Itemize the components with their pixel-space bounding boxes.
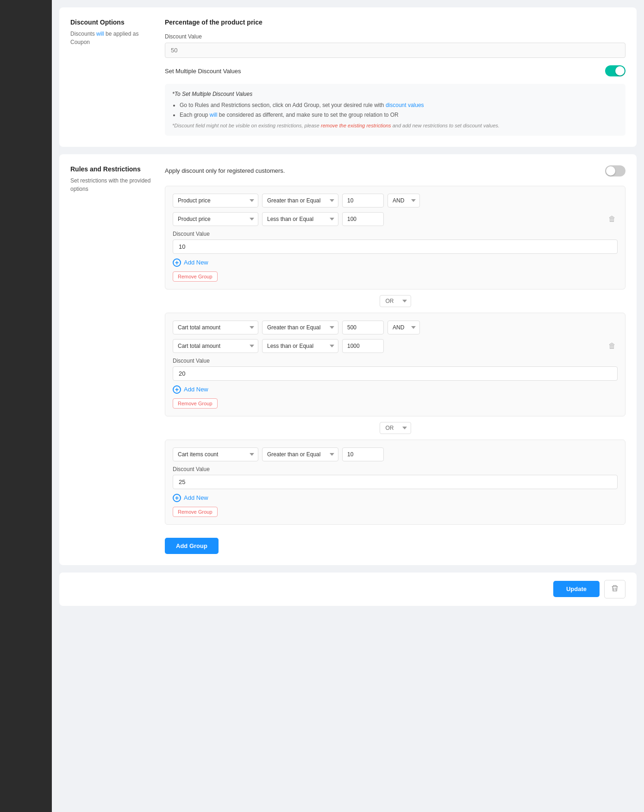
- discount-value-input[interactable]: [165, 43, 625, 58]
- rule-3-conjunction-select[interactable]: AND OR: [388, 321, 420, 334]
- set-multiple-label: Set Multiple Discount Values: [165, 68, 241, 75]
- discount-options-title: Discount Options: [70, 19, 154, 26]
- delete-button[interactable]: [604, 580, 625, 598]
- group-1-add-new-icon: +: [173, 258, 181, 267]
- rule-row-4: Product price Cart total amount Cart ite…: [173, 339, 618, 353]
- rule-1-field-select[interactable]: Product price Cart total amount Cart ite…: [173, 194, 258, 208]
- footer-bar: Update: [59, 573, 637, 606]
- group-1-discount-label: Discount Value: [173, 231, 618, 237]
- group-1-add-new-button[interactable]: + Add New: [173, 258, 208, 267]
- registered-label: Apply discount only for registered custo…: [165, 167, 285, 174]
- rule-row-5: Product price Cart total amount Cart ite…: [173, 447, 618, 461]
- registered-toggle[interactable]: [605, 165, 625, 176]
- group-1-remove-button[interactable]: Remove Group: [173, 271, 218, 282]
- group-3-discount-label: Discount Value: [173, 466, 618, 472]
- rule-group-1: Product price Cart total amount Cart ite…: [165, 186, 625, 290]
- discount-options-right: Percentage of the product price Discount…: [165, 19, 625, 136]
- main-content: Discount Options Discounts will be appli…: [52, 0, 644, 812]
- toggle-knob: [615, 66, 625, 76]
- info-item-1: Go to Rules and Restrictions section, cl…: [180, 101, 618, 110]
- sidebar: [0, 0, 52, 812]
- group-3-remove-button[interactable]: Remove Group: [173, 507, 218, 517]
- rule-4-value-input[interactable]: [342, 339, 384, 353]
- rule-3-value-input[interactable]: [342, 321, 384, 334]
- group-1-discount-row: Discount Value: [173, 231, 618, 254]
- discount-options-left: Discount Options Discounts will be appli…: [70, 19, 154, 136]
- group-2-add-new-button[interactable]: + Add New: [173, 385, 208, 394]
- rules-card: Rules and Restrictions Set restrictions …: [59, 154, 637, 565]
- discount-options-card: Discount Options Discounts will be appli…: [59, 7, 637, 147]
- rules-header: Apply discount only for registered custo…: [165, 165, 625, 176]
- rule-2-field-select[interactable]: Product price Cart total amount Cart ite…: [173, 212, 258, 226]
- group-2-discount-input[interactable]: [173, 366, 618, 381]
- rule-5-value-input[interactable]: [342, 447, 384, 461]
- group-3-discount-row: Discount Value: [173, 466, 618, 489]
- info-item-2: Each group will be considered as differe…: [180, 110, 618, 120]
- info-note: *Discount field might not be visible on …: [172, 121, 618, 130]
- rule-2-value-input[interactable]: [342, 212, 384, 226]
- rule-2-delete-icon[interactable]: 🗑: [606, 213, 618, 225]
- rule-4-operator-select[interactable]: Greater than or Equal Less than or Equal…: [262, 339, 338, 353]
- group-1-discount-input[interactable]: [173, 239, 618, 254]
- info-title: *To Set Multiple Discount Values: [172, 89, 618, 99]
- rule-4-delete-icon[interactable]: 🗑: [606, 340, 618, 352]
- set-multiple-toggle[interactable]: [605, 65, 625, 76]
- rule-3-operator-select[interactable]: Greater than or Equal Less than or Equal…: [262, 321, 338, 334]
- group-1-add-new-label: Add New: [184, 259, 208, 266]
- rule-group-2: Product price Cart total amount Cart ite…: [165, 313, 625, 416]
- group-2-discount-label: Discount Value: [173, 358, 618, 364]
- add-group-button[interactable]: Add Group: [165, 538, 219, 554]
- group-3-discount-input[interactable]: [173, 475, 618, 489]
- group-3-add-new-label: Add New: [184, 494, 208, 501]
- or-divider-2: OR AND: [165, 422, 625, 434]
- discount-options-subtitle: Discounts will be applied as Coupon: [70, 30, 154, 46]
- or-divider-1: OR AND: [165, 295, 625, 307]
- group-2-add-new-label: Add New: [184, 386, 208, 393]
- rules-subtitle: Set restrictions with the provided optio…: [70, 176, 154, 193]
- or-select-1[interactable]: OR AND: [380, 295, 411, 307]
- rules-left: Rules and Restrictions Set restrictions …: [70, 165, 154, 554]
- info-block: *To Set Multiple Discount Values Go to R…: [165, 84, 625, 136]
- rules-title: Rules and Restrictions: [70, 165, 154, 173]
- set-multiple-row: Set Multiple Discount Values: [165, 65, 625, 76]
- rule-1-value-input[interactable]: [342, 194, 384, 208]
- group-2-add-new-icon: +: [173, 385, 181, 394]
- or-select-2[interactable]: OR AND: [380, 422, 411, 434]
- rule-5-operator-select[interactable]: Greater than or Equal Less than or Equal…: [262, 447, 338, 461]
- rule-row-1: Product price Cart total amount Cart ite…: [173, 194, 618, 208]
- discount-value-label: Discount Value: [165, 33, 625, 40]
- rules-right: Apply discount only for registered custo…: [165, 165, 625, 554]
- rule-row-3: Product price Cart total amount Cart ite…: [173, 321, 618, 334]
- group-3-add-new-icon: +: [173, 494, 181, 502]
- rule-group-3: Product price Cart total amount Cart ite…: [165, 440, 625, 525]
- update-button[interactable]: Update: [553, 581, 600, 597]
- rule-5-field-select[interactable]: Product price Cart total amount Cart ite…: [173, 447, 258, 461]
- rule-4-field-select[interactable]: Product price Cart total amount Cart ite…: [173, 339, 258, 353]
- rule-2-operator-select[interactable]: Greater than or Equal Less than or Equal…: [262, 212, 338, 226]
- rule-3-field-select[interactable]: Product price Cart total amount Cart ite…: [173, 321, 258, 334]
- group-2-discount-row: Discount Value: [173, 358, 618, 381]
- rule-1-conjunction-select[interactable]: AND OR: [388, 194, 420, 208]
- rule-row-2: Product price Cart total amount Cart ite…: [173, 212, 618, 226]
- trash-icon: [611, 585, 619, 592]
- discount-section-title: Percentage of the product price: [165, 19, 625, 26]
- group-2-remove-button[interactable]: Remove Group: [173, 398, 218, 409]
- registered-toggle-knob: [606, 166, 615, 176]
- info-list: Go to Rules and Restrictions section, cl…: [172, 101, 618, 120]
- rule-1-operator-select[interactable]: Greater than or Equal Less than or Equal…: [262, 194, 338, 208]
- group-3-add-new-button[interactable]: + Add New: [173, 494, 208, 502]
